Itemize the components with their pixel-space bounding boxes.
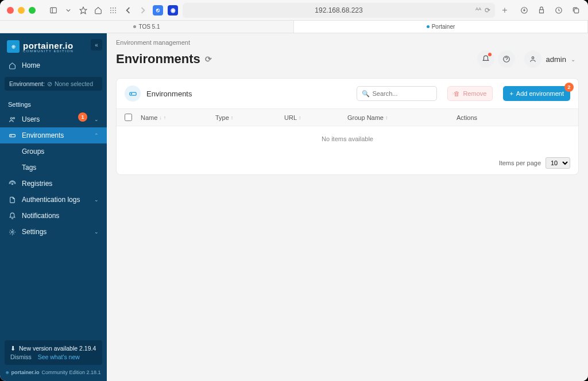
sidebar-item-environments[interactable]: Environments ⌃ — [0, 127, 107, 143]
sidebar-item-users[interactable]: Users 1 ⌄ — [0, 111, 107, 127]
panel-header: Environments 🔍 × 🗑 Remove + Add environm… — [117, 79, 578, 108]
collapse-sidebar-button[interactable]: « — [91, 39, 102, 50]
browser-toolbar: ⎋ ◉ 192.168.68.223 ᴬᴬ ⟳ + — [0, 0, 588, 21]
sidebar-item-groups[interactable]: Groups — [0, 143, 107, 160]
chevron-up-icon: ⌃ — [94, 133, 99, 138]
extension-badge-2[interactable]: ◉ — [168, 5, 178, 15]
whats-new-link[interactable]: See what's new — [38, 353, 80, 360]
add-badge: 2 — [564, 83, 574, 92]
add-environment-button[interactable]: + Add environment 2 — [503, 86, 570, 101]
sidebar-item-registries[interactable]: Registries — [0, 176, 107, 192]
col-name[interactable]: Name↓↑ — [141, 114, 215, 121]
col-group[interactable]: Group Name↕ — [347, 114, 457, 121]
refresh-icon[interactable]: ⟳ — [205, 55, 212, 64]
dropdown-chevron-icon[interactable] — [63, 5, 74, 15]
search-box[interactable]: 🔍 × — [357, 86, 437, 101]
downloads-icon[interactable] — [519, 5, 529, 15]
svg-rect-23 — [129, 92, 136, 95]
svg-point-22 — [532, 57, 534, 59]
maximize-window-button[interactable] — [29, 7, 36, 14]
radio-icon — [8, 180, 16, 188]
pagination: Items per page 10 — [117, 151, 578, 174]
browser-tab-tos[interactable]: TOS 5.1 — [0, 21, 294, 33]
notifications-button[interactable] — [477, 50, 494, 68]
breadcrumb: Environment management — [107, 33, 588, 47]
window-controls — [7, 7, 36, 14]
sidebar-item-authlogs[interactable]: Authentication logs ⌄ — [0, 192, 107, 208]
svg-point-9 — [110, 12, 111, 13]
url-text: 192.168.68.223 — [315, 6, 362, 14]
sidebar-item-notifications[interactable]: Notifications — [0, 208, 107, 224]
notification-dot — [488, 53, 492, 56]
environments-panel: Environments 🔍 × 🗑 Remove + Add environm… — [116, 78, 579, 175]
logo[interactable]: ⎈ portainer.io COMMUNITY EDITION « — [0, 33, 107, 57]
close-window-button[interactable] — [7, 7, 14, 14]
plus-icon: + — [509, 90, 513, 97]
minimize-window-button[interactable] — [18, 7, 25, 14]
chevron-down-icon: ⌄ — [94, 229, 99, 235]
edition-footer: ⎈ portainer.io Community Edition 2.18.1 — [0, 370, 107, 375]
svg-point-5 — [115, 7, 116, 9]
browser-tab-portainer[interactable]: Portainer — [294, 21, 588, 33]
col-url[interactable]: URL↕ — [284, 114, 347, 121]
tabs-icon[interactable] — [571, 5, 581, 15]
sidebar-item-home[interactable]: Home — [0, 57, 107, 73]
items-per-page-select[interactable]: 10 — [546, 157, 570, 169]
sidebar-item-label: Users — [22, 115, 40, 123]
home-icon[interactable] — [93, 5, 103, 15]
chevron-down-icon: ⌄ — [94, 116, 99, 122]
trash-icon: 🗑 — [454, 90, 460, 97]
svg-point-20 — [11, 231, 13, 232]
sidebar-item-tags[interactable]: Tags — [0, 160, 107, 176]
reload-icon[interactable]: ⟳ — [485, 6, 490, 14]
share-icon[interactable] — [536, 5, 547, 15]
items-per-page-label: Items per page — [499, 160, 541, 166]
empty-state: No items available — [117, 126, 578, 151]
new-tab-button[interactable]: + — [500, 5, 510, 15]
reader-icon[interactable]: ᴬᴬ — [475, 6, 481, 14]
chevron-down-icon: ⌄ — [94, 197, 99, 203]
search-input[interactable] — [372, 90, 451, 97]
logo-icon: ⎈ — [7, 40, 20, 53]
sidebar-item-settings[interactable]: Settings ⌄ — [0, 224, 107, 240]
help-button[interactable] — [498, 50, 515, 68]
username: admin — [546, 55, 566, 64]
history-icon[interactable] — [554, 5, 564, 15]
dismiss-link[interactable]: Dismiss — [10, 353, 32, 360]
update-banner: ⬇New version available 2.19.4 Dismiss Se… — [5, 340, 102, 365]
star-icon[interactable] — [78, 5, 88, 15]
extension-badge-1[interactable]: ⎋ — [153, 5, 163, 15]
sidebar-item-label: Authentication logs — [22, 196, 80, 204]
users-icon — [8, 116, 16, 123]
user-menu[interactable]: admin ⌄ — [521, 48, 579, 70]
users-badge: 1 — [78, 112, 87, 122]
remove-button[interactable]: 🗑 Remove — [447, 86, 493, 101]
sidebar-toggle-icon[interactable] — [48, 5, 59, 15]
address-bar[interactable]: 192.168.68.223 ᴬᴬ ⟳ — [183, 3, 495, 18]
slash-icon: ⊘ — [47, 80, 52, 87]
sort-icon: ↕ — [299, 115, 301, 120]
svg-point-16 — [13, 117, 14, 119]
file-icon — [8, 196, 16, 204]
svg-point-10 — [113, 12, 114, 13]
svg-point-18 — [10, 135, 11, 135]
col-type[interactable]: Type↕ — [215, 114, 284, 121]
apps-grid-icon[interactable] — [108, 5, 118, 15]
forward-button[interactable] — [138, 5, 148, 15]
sort-icon: ↕ — [385, 115, 388, 120]
sidebar-item-label: Home — [22, 61, 40, 69]
svg-point-24 — [131, 93, 131, 94]
tab-strip: TOS 5.1 Portainer — [0, 21, 588, 33]
tab-favicon — [427, 25, 430, 28]
back-button[interactable] — [123, 5, 133, 15]
panel-title: Environments — [146, 90, 192, 98]
page-title: Environments ⟳ — [116, 52, 212, 67]
svg-point-19 — [11, 183, 13, 184]
hard-drive-icon — [8, 132, 16, 139]
chevron-down-icon: ⌄ — [571, 56, 575, 63]
gear-icon — [8, 228, 16, 236]
sidebar: ⎈ portainer.io COMMUNITY EDITION « Home … — [0, 33, 107, 381]
environment-selector[interactable]: Environment: ⊘ None selected — [5, 77, 102, 91]
select-all-checkbox[interactable] — [125, 114, 141, 121]
logo-subtitle: COMMUNITY EDITION — [23, 49, 74, 53]
